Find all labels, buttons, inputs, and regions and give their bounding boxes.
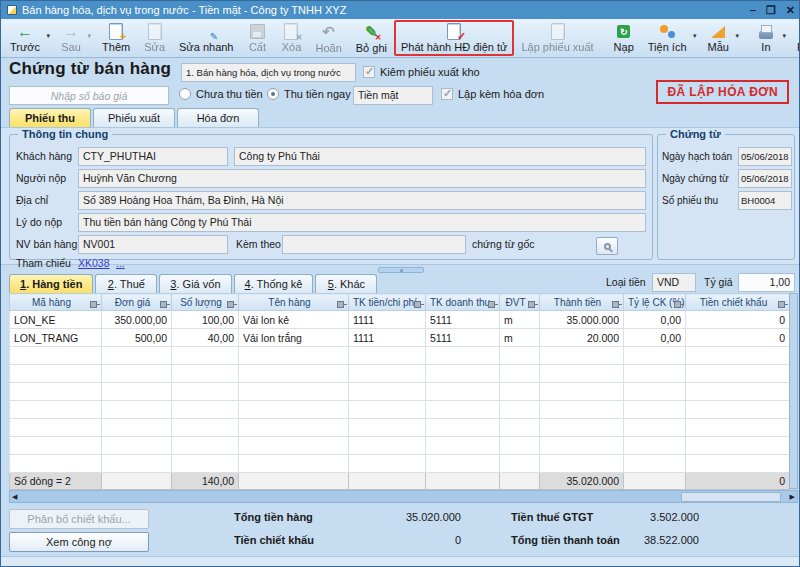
pin-icon[interactable]: [160, 299, 169, 308]
column-header[interactable]: Thành tiền: [540, 294, 624, 311]
status-strip: [1, 556, 800, 567]
detail-tab-4[interactable]: 5. Khác: [315, 274, 377, 293]
pin-icon[interactable]: [414, 299, 423, 308]
empty-row: [10, 365, 790, 383]
toolbar-button-feedback[interactable]: Phản hồi: [790, 20, 800, 56]
scroll-thumb[interactable]: [681, 492, 781, 502]
chevron-down-icon[interactable]: ▾: [735, 32, 739, 40]
toolbar-button-refresh[interactable]: Nạp: [607, 20, 641, 56]
toolbar-button-label: Thêm: [102, 41, 130, 53]
detail-tab-1[interactable]: 2. Thuế: [95, 274, 157, 293]
detail-tab-0[interactable]: 1. Hàng tiền: [9, 274, 93, 293]
total-goods-value: 35.020.000: [341, 511, 461, 523]
vertical-scrollbar[interactable]: [789, 293, 798, 489]
table-cell: [10, 347, 102, 365]
delete-doc-icon: [281, 23, 301, 40]
payment-method-select[interactable]: Tiền mặt: [353, 86, 433, 105]
pin-icon[interactable]: [674, 299, 683, 308]
table-cell: [426, 383, 500, 401]
close-button[interactable]: ✕: [786, 2, 795, 18]
warehouse-checkbox[interactable]: Kiêm phiếu xuất kho: [363, 66, 480, 78]
column-header[interactable]: ĐVT: [500, 294, 540, 311]
payer-field[interactable]: Huỳnh Văn Chương: [78, 169, 646, 188]
address-field[interactable]: Số 389 Hoàng Hoa Thám, Ba Đình, Hà Nội: [78, 191, 646, 210]
column-header[interactable]: Tên hàng: [239, 294, 349, 311]
voucher-tab-2[interactable]: Hóa đơn: [177, 108, 259, 127]
maximize-button[interactable]: ❐: [766, 2, 776, 18]
scroll-left-icon[interactable]: ◀: [12, 491, 17, 502]
view-debt-button[interactable]: Xem công nợ: [9, 532, 149, 552]
column-header[interactable]: TK doanh thu: [426, 294, 500, 311]
detail-tab-2[interactable]: 3. Giá vốn: [159, 274, 231, 293]
salesman-field[interactable]: NV001: [78, 235, 228, 254]
table-cell: [102, 401, 172, 419]
chevron-down-icon[interactable]: ▾: [88, 32, 92, 40]
pin-icon[interactable]: [528, 299, 537, 308]
toolbar-button-label: Tiện ích: [648, 41, 687, 53]
warehouse-checkbox-label: Kiêm phiếu xuất kho: [380, 66, 480, 78]
with-invoice-checkbox[interactable]: Lập kèm hóa đơn: [441, 88, 544, 100]
horizontal-scrollbar[interactable]: ◀ ▶: [9, 490, 798, 503]
table-cell: [624, 365, 686, 383]
pin-icon[interactable]: [612, 299, 621, 308]
rate-field[interactable]: 1,00: [738, 273, 795, 292]
table-row[interactable]: LON_TRANG500,0040,00Vải lon trắng1111511…: [10, 329, 790, 347]
document-date-field[interactable]: 05/06/2018: [738, 169, 792, 188]
doc-type-select[interactable]: 1. Bán hàng hóa, dịch vụ trong nước: [181, 63, 356, 82]
toolbar-button-unpost[interactable]: Bỏ ghi: [349, 20, 394, 56]
posting-date-field[interactable]: 05/06/2018: [738, 147, 792, 166]
customer-name-field[interactable]: Công ty Phú Thái: [234, 147, 646, 166]
table-cell: 100,00: [172, 311, 239, 329]
chevron-down-icon[interactable]: ▾: [782, 32, 786, 40]
discount-value: 0: [341, 534, 461, 546]
table-cell: [239, 401, 349, 419]
toolbar-button-quick-edit[interactable]: Sửa nhanh: [172, 20, 240, 56]
toolbar-button-utilities[interactable]: Tiện ích▾: [641, 20, 701, 56]
table-cell: [349, 401, 426, 419]
chevron-down-icon[interactable]: ▾: [47, 32, 51, 40]
currency-label: Loại tiền: [606, 273, 646, 292]
column-header[interactable]: TK tiền/chi phí: [349, 294, 426, 311]
detail-tab-3[interactable]: 4. Thống kê: [234, 274, 314, 293]
table-cell: [624, 347, 686, 365]
quote-number-input[interactable]: [9, 86, 169, 105]
pin-icon[interactable]: [778, 299, 787, 308]
reason-field[interactable]: Thu tiền bán hàng Công ty Phú Thái: [78, 213, 646, 232]
chevron-down-icon[interactable]: ▾: [693, 32, 697, 40]
toolbar-button-print[interactable]: In▾: [749, 20, 790, 56]
column-header[interactable]: Tiền chiết khấu: [686, 294, 790, 311]
radio-collect-now[interactable]: Thu tiền ngay: [267, 88, 351, 100]
column-header[interactable]: Đơn giá: [102, 294, 172, 311]
pin-icon[interactable]: [90, 299, 99, 308]
column-header[interactable]: Số lượng: [172, 294, 239, 311]
table-row[interactable]: LON_KE350.000,00100,00Vải lon kẻ11115111…: [10, 311, 790, 329]
toolbar-button-add-doc[interactable]: Thêm: [95, 20, 137, 56]
column-header[interactable]: Tỷ lệ CK (%): [624, 294, 686, 311]
toolbar-button-back[interactable]: Trước▾: [3, 20, 54, 56]
titlebar: Bán hàng hóa, dịch vụ trong nước - Tiền …: [1, 1, 800, 19]
toolbar-button-issue-invoice[interactable]: Phát hành HĐ điện tử: [394, 20, 514, 56]
radio-not-collected[interactable]: Chưa thu tiền: [179, 88, 263, 100]
voucher-tab-1[interactable]: Phiếu xuất: [93, 108, 175, 127]
minimize-button[interactable]: –: [750, 2, 756, 18]
splitter-handle[interactable]: [378, 267, 424, 273]
column-header-label: Số lượng: [180, 297, 222, 308]
table-cell: [172, 347, 239, 365]
scroll-right-icon[interactable]: ▶: [790, 491, 795, 502]
toolbar-button-template[interactable]: Mẫu▾: [701, 20, 743, 56]
column-header[interactable]: Mã hàng: [10, 294, 102, 311]
search-reference-button[interactable]: [596, 237, 618, 255]
customer-code-field[interactable]: CTY_PHUTHAI: [78, 147, 228, 166]
currency-field[interactable]: VND: [652, 273, 696, 292]
table-cell: [426, 347, 500, 365]
table-cell: [500, 437, 540, 455]
pin-icon[interactable]: [227, 299, 236, 308]
pin-icon[interactable]: [488, 299, 497, 308]
attach-field[interactable]: [282, 235, 466, 254]
table-cell: 20.000: [540, 329, 624, 347]
pin-icon[interactable]: [337, 299, 346, 308]
table-cell: [239, 419, 349, 437]
voucher-tab-0[interactable]: Phiếu thu: [9, 108, 91, 127]
receipt-number-field[interactable]: BH0004: [738, 191, 792, 210]
column-header-label: Tiền chiết khấu: [700, 297, 767, 308]
